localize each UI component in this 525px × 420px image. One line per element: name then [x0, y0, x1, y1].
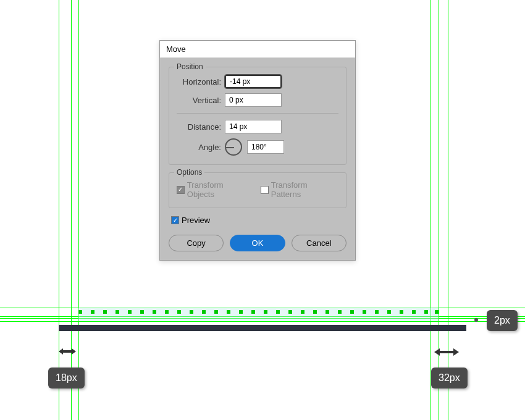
svg-marker-0	[59, 348, 76, 355]
measure-arrow-icon	[434, 347, 459, 357]
annotation-right-margin: 32px	[431, 368, 468, 388]
dialog-title[interactable]: Move	[160, 41, 355, 58]
transform-patterns-label: Transform Patterns	[271, 180, 338, 199]
guide-horizontal	[0, 321, 525, 322]
position-fieldset: Position Horizontal: Vertical: Distance:…	[169, 67, 346, 165]
transform-objects-checkbox[interactable]: ✓ Transform Objects	[177, 180, 252, 199]
position-legend: Position	[174, 62, 206, 71]
options-fieldset: Options ✓ Transform Objects Transform Pa…	[169, 172, 346, 208]
cancel-button[interactable]: Cancel	[292, 235, 346, 251]
guide-vertical	[78, 0, 79, 420]
transform-patterns-checkbox[interactable]: Transform Patterns	[261, 180, 338, 199]
annotation-stroke: 2px	[487, 310, 518, 331]
anchor-point-icon	[474, 318, 478, 322]
angle-input[interactable]	[247, 140, 284, 154]
horizontal-label: Horizontal:	[177, 77, 221, 86]
measure-arrow-icon	[59, 347, 76, 356]
preview-label: Preview	[182, 216, 210, 225]
angle-label: Angle:	[177, 143, 221, 152]
guide-vertical	[439, 0, 439, 420]
checkbox-icon: ✓	[177, 186, 185, 194]
move-dialog: Move Position Horizontal: Vertical: Dist…	[159, 40, 356, 261]
artboard-edge	[59, 325, 466, 331]
checkbox-icon: ✓	[171, 216, 179, 224]
distance-label: Distance:	[177, 122, 221, 132]
checkbox-icon	[261, 186, 269, 194]
options-legend: Options	[174, 168, 204, 177]
selection-handles[interactable]	[78, 308, 439, 316]
copy-button[interactable]: Copy	[169, 235, 224, 251]
preview-checkbox[interactable]: ✓ Preview	[171, 216, 210, 225]
distance-input[interactable]	[225, 120, 282, 133]
guide-vertical	[71, 0, 72, 420]
divider	[177, 113, 338, 114]
vertical-input[interactable]	[225, 93, 282, 107]
ok-button[interactable]: OK	[230, 235, 285, 251]
svg-marker-1	[434, 348, 459, 356]
annotation-left-margin: 18px	[48, 368, 85, 388]
guide-vertical	[59, 0, 59, 420]
vertical-label: Vertical:	[177, 96, 221, 105]
guide-vertical	[448, 0, 448, 420]
angle-dial[interactable]	[225, 138, 242, 156]
horizontal-input[interactable]	[225, 75, 282, 88]
guide-vertical	[430, 0, 431, 420]
transform-objects-label: Transform Objects	[187, 180, 252, 199]
